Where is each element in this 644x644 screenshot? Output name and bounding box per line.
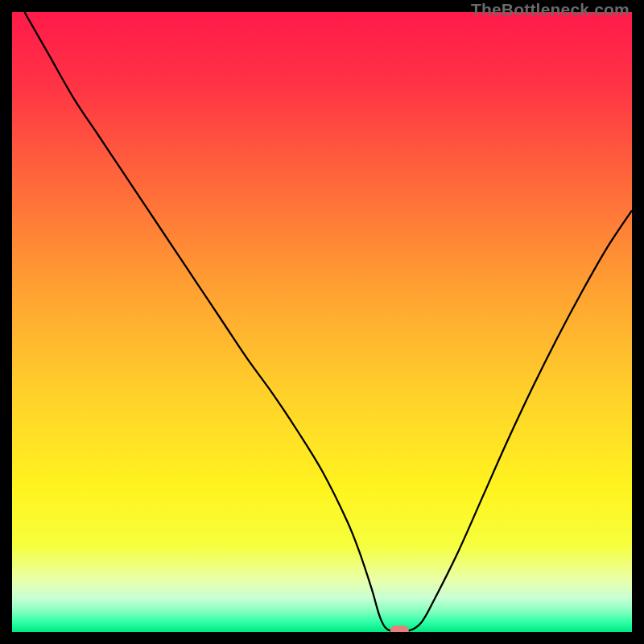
watermark-label: TheBottleneck.com — [471, 0, 630, 19]
watermark-text: TheBottleneck.com — [471, 0, 630, 19]
optimum-marker — [390, 625, 409, 632]
gradient-background — [12, 12, 632, 632]
chart-svg — [12, 12, 632, 632]
plot-area — [12, 12, 632, 632]
chart-frame: TheBottleneck.com — [0, 0, 644, 644]
